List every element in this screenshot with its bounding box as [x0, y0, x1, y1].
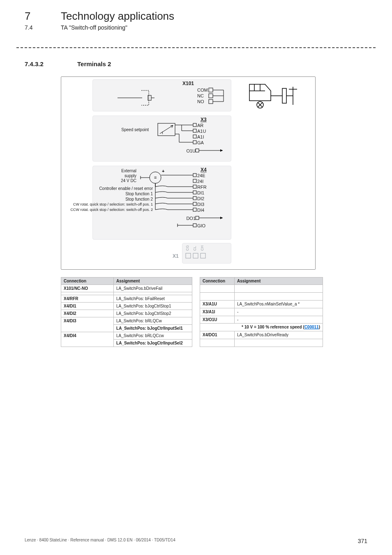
cell [200, 285, 235, 293]
note-text: ) [319, 325, 320, 329]
panel-x101: X101 COM NC NO [92, 79, 231, 111]
cell: X4/DI3 [61, 317, 114, 332]
panel-svg: t [93, 116, 232, 162]
page-number: 371 [358, 538, 367, 544]
note-text: * 10 V = 100 % reference speed ( [242, 325, 304, 329]
table-row: X3/A1ULA_SwitchPos.nMainSetValue_a * [200, 300, 323, 308]
table-row: X4/DI1LA_SwitchPos: bJogCtrlStop1 [61, 303, 192, 310]
svg-rect-12 [196, 149, 199, 152]
cell [200, 339, 235, 347]
table-row: X4/DO1LA_SwitchPos.bDriveReady [200, 331, 323, 339]
cell: LA_SwitchPos: bJogCtrlStop2 [114, 310, 192, 317]
svg-rect-53 [201, 253, 205, 258]
cell: LA_SwitchPos: bFailReset [114, 295, 192, 303]
chapter-title: Technology applications [61, 10, 174, 23]
panel-x4: X4 24E 24I RFR DI1 DI2 DI3 DI4 DO1 GIO E… [92, 166, 231, 240]
table-row: X3/O1U- [200, 316, 323, 324]
svg-marker-45 [220, 217, 223, 219]
table-header: Assignment [235, 278, 323, 285]
subsection-title: Terminals 2 [77, 60, 111, 67]
cell: X4/DO1 [200, 331, 235, 339]
svg-rect-11 [193, 141, 196, 144]
cell: X4/DI2 [61, 310, 114, 317]
wiring-diagram: X101 COM NC NO [61, 76, 316, 270]
svg-rect-9 [193, 129, 196, 132]
svg-rect-31 [193, 224, 196, 227]
cell [200, 292, 235, 300]
table-row: X4/DI4LA_SwitchPos: bRLQCcw [61, 332, 192, 340]
svg-rect-0 [209, 88, 213, 92]
table-row: X4/DI2LA_SwitchPos: bJogCtrlStop2 [61, 310, 192, 317]
cell: X3/A1I [200, 308, 235, 316]
cell [235, 339, 323, 347]
panel-svg: CG CL CH [182, 243, 232, 264]
cell: X3/O1U [200, 316, 235, 324]
svg-rect-26 [193, 191, 196, 194]
table-row: X4/DI3LA_SwitchPos: bRLQCw [61, 317, 192, 325]
panel-x3: X3 AR A1U A1I GA O1U Speed setpoint [92, 116, 231, 162]
table-header: Assignment [114, 278, 192, 285]
cell: X101/NC-NO [61, 285, 114, 292]
block-title-x1: X1 [173, 253, 179, 259]
subsection-number: 7.4.3.2 [25, 60, 61, 67]
svg-rect-8 [193, 123, 196, 127]
footer-text: Lenze · 8400 StateLine · Reference manua… [25, 538, 175, 544]
svg-rect-1 [209, 94, 213, 98]
table-row: X3/A1I- [200, 308, 323, 316]
table-row [200, 339, 323, 347]
cell: LA_SwitchPos: bRLQCw [114, 317, 192, 325]
svg-text:=: = [154, 175, 157, 180]
chapter-number: 7 [25, 10, 44, 23]
table-left: Connection Assignment X101/NC-NOLA_Switc… [61, 277, 192, 347]
panel-svg: = + [93, 166, 232, 240]
svg-text:t: t [162, 131, 163, 135]
link-c00011[interactable]: C00011 [304, 325, 319, 329]
section-title: TA "Switch-off positioning" [61, 24, 127, 31]
table-row [200, 285, 323, 293]
cell: X4/RFR [61, 295, 114, 303]
table-header: Connection [61, 278, 114, 285]
svg-rect-58 [282, 88, 286, 103]
cell: LA_SwitchPos: bJogCtrlInputSel2 [114, 340, 192, 347]
cell [114, 292, 192, 295]
table-row [61, 292, 192, 295]
svg-rect-29 [193, 208, 196, 211]
svg-rect-23 [193, 173, 196, 177]
table-row: X101/NC-NOLA_SwitchPos.bDriveFail [61, 285, 192, 292]
svg-rect-52 [193, 253, 198, 258]
page-footer: Lenze · 8400 StateLine · Reference manua… [25, 538, 367, 544]
divider [16, 47, 376, 48]
cell: LA_SwitchPos: bRLQCcw [114, 332, 192, 340]
cell [235, 285, 323, 293]
motor-icon [247, 81, 309, 111]
svg-text:+: + [162, 169, 164, 173]
svg-rect-51 [186, 253, 191, 258]
cell: LA_SwitchPos: bJogCtrlInputSel1 [114, 325, 192, 332]
cell: * 10 V = 100 % reference speed (C00011) [200, 324, 323, 331]
section-number: 7.4 [25, 24, 44, 31]
svg-rect-28 [193, 202, 196, 206]
svg-rect-27 [193, 197, 196, 200]
svg-rect-24 [193, 179, 196, 183]
cell: - [235, 308, 323, 316]
cell: X4/DI4 [61, 332, 114, 347]
cell: - [235, 316, 323, 324]
panel-x1: X1 CG CL CH [182, 243, 231, 264]
table-note-row: * 10 V = 100 % reference speed (C00011) [200, 324, 323, 331]
svg-rect-10 [193, 135, 196, 138]
cell: X3/A1U [200, 300, 235, 308]
cell: LA_SwitchPos: bJogCtrlStop1 [114, 303, 192, 310]
svg-rect-25 [193, 185, 196, 188]
connection-tables: Connection Assignment X101/NC-NOLA_Switc… [61, 277, 367, 347]
svg-text:CL: CL [193, 246, 197, 251]
svg-rect-2 [209, 99, 213, 104]
cell: X4/DI1 [61, 303, 114, 310]
svg-text:CG: CG [185, 245, 189, 251]
cell: LA_SwitchPos.bDriveFail [114, 285, 192, 292]
svg-rect-7 [148, 95, 151, 100]
table-row [200, 292, 323, 300]
cell [61, 292, 114, 295]
svg-text:CH: CH [200, 245, 204, 251]
svg-rect-30 [196, 216, 199, 220]
svg-marker-22 [220, 149, 223, 152]
